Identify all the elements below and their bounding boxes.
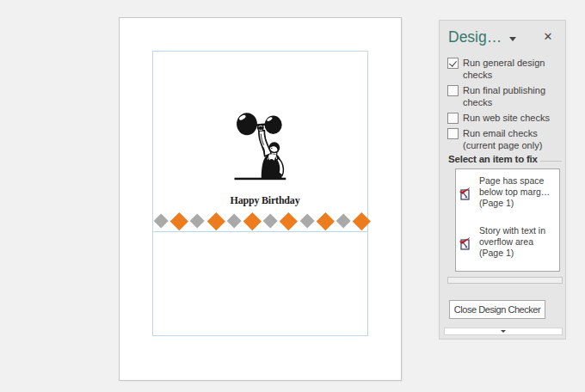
issue-page-ref: (Page 1) [479,248,555,259]
headline-text[interactable]: Happy Birthday [136,193,394,207]
publication-page[interactable]: Happy Birthday [119,17,402,381]
pane-title: Desig… [448,26,502,48]
strongman-clipart[interactable] [225,93,303,189]
publisher-workspace: Happy Birthday Desig… ✕ Run general desi… [0,0,585,392]
check-label: Run final publishing checks [463,84,554,108]
diamond-orange [317,212,335,230]
check-label: Run email checks (current page only) [463,127,554,151]
check-options: Run general design checks Run final publ… [447,57,561,155]
diamond-border[interactable] [156,212,368,230]
issue-text: Page has space below top marg… (Page 1) [479,175,555,209]
ground-line [235,178,286,181]
diamond-gray [190,214,206,230]
diamond-gray [299,214,315,230]
pane-expand-button[interactable] [444,328,563,335]
check-row-web-site[interactable]: Run web site checks [447,112,561,124]
issue-description: Story with text in overflow area [479,225,555,248]
barbell-right-ball [265,116,282,134]
pane-close-icon[interactable]: ✕ [540,29,556,45]
close-design-checker-button[interactable]: Close Design Checker [449,300,545,319]
strongman-eye [271,148,272,149]
heading-rule [540,161,562,162]
section-heading: Select an item to fix [448,154,560,164]
issue-page-ref: (Page 1) [479,198,555,209]
diamond-orange [280,212,298,230]
design-issue-icon [459,236,471,250]
pane-menu-dropdown-icon[interactable] [509,37,516,41]
diamond-orange [207,212,225,230]
issue-description: Page has space below top marg… [479,175,555,198]
issue-list: Page has space below top marg… (Page 1) … [455,168,560,272]
horizontal-scrollbar[interactable] [447,277,563,284]
check-row-email[interactable]: Run email checks (current page only) [447,127,561,151]
diamond-gray [153,214,169,230]
design-issue-icon [459,187,471,200]
chevron-down-icon [501,330,506,333]
checkbox-web-site[interactable] [447,113,459,124]
diamond-gray [336,214,352,230]
diamond-orange [243,212,262,230]
diamond-orange [170,212,188,230]
check-row-general[interactable]: Run general design checks [447,57,561,81]
check-label: Run web site checks [463,112,550,124]
diamond-orange [353,212,371,230]
checkbox-general-design[interactable] [447,58,459,69]
checkbox-email[interactable] [447,128,459,139]
layout-guide-line [152,231,368,232]
diamond-gray [263,214,279,230]
design-checker-pane: Desig… ✕ Run general design checks Run f… [439,20,566,340]
barbell-left-ball [237,113,257,135]
check-label: Run general design checks [463,57,554,81]
checkbox-final-publishing[interactable] [447,85,459,96]
issue-text: Story with text in overflow area (Page 1… [479,225,555,259]
check-row-final-publishing[interactable]: Run final publishing checks [447,84,561,108]
diamond-gray [226,214,242,230]
